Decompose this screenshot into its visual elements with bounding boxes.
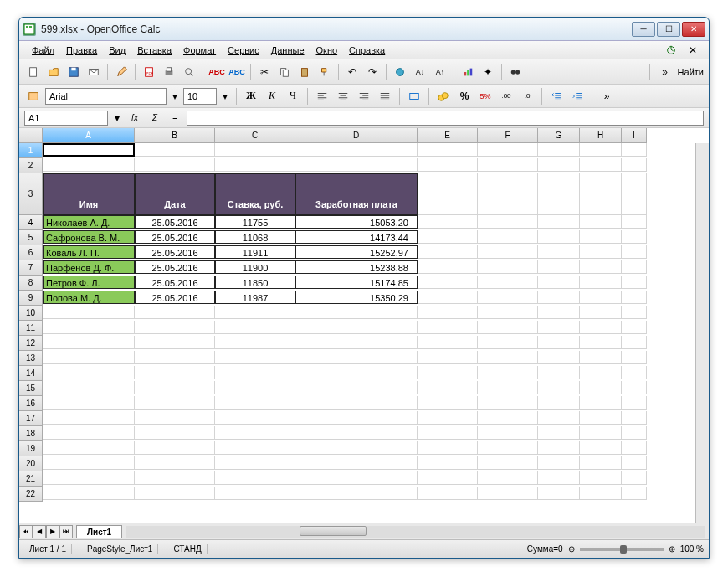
cell[interactable] — [538, 336, 580, 349]
cell-name[interactable]: Коваль Л. П. — [43, 245, 135, 259]
cell[interactable] — [43, 471, 135, 485]
sort-desc-icon[interactable]: A↑ — [431, 63, 449, 81]
cell[interactable] — [295, 158, 418, 172]
undo-icon[interactable]: ↶ — [343, 63, 361, 81]
sort-asc-icon[interactable]: A↓ — [411, 63, 429, 81]
cell[interactable] — [622, 158, 647, 172]
table-header-salary[interactable]: Заработная плата — [295, 173, 418, 215]
cell[interactable] — [135, 456, 215, 470]
cell[interactable] — [478, 143, 538, 157]
column-header-C[interactable]: C — [215, 128, 295, 143]
cell[interactable] — [418, 396, 478, 410]
cell[interactable] — [622, 456, 647, 470]
styles-icon[interactable] — [24, 87, 43, 106]
row-header-2[interactable]: 2 — [19, 158, 43, 173]
cell[interactable] — [418, 230, 478, 244]
cell[interactable] — [580, 245, 622, 259]
underline-button[interactable]: Ч — [284, 88, 302, 105]
cell[interactable] — [295, 487, 418, 500]
cell[interactable] — [418, 336, 478, 349]
cell[interactable] — [580, 487, 622, 500]
row-header[interactable]: 10 — [19, 306, 43, 321]
cell[interactable] — [622, 381, 647, 394]
cell-rate[interactable]: 11911 — [215, 245, 295, 259]
cell[interactable] — [622, 306, 647, 319]
row-header[interactable]: 16 — [19, 396, 43, 411]
cell[interactable] — [418, 426, 478, 440]
cell[interactable] — [538, 230, 580, 244]
new-icon[interactable] — [24, 63, 43, 81]
cell[interactable] — [43, 487, 135, 500]
cell[interactable] — [538, 396, 580, 410]
cell[interactable] — [538, 306, 580, 319]
cell[interactable] — [538, 441, 580, 455]
cell[interactable] — [215, 396, 295, 410]
row-header-3[interactable]: 3 — [19, 173, 43, 215]
menu-window[interactable]: Окно — [310, 44, 344, 57]
cell[interactable] — [478, 381, 538, 394]
cell[interactable] — [622, 411, 647, 425]
cell[interactable] — [215, 158, 295, 172]
cell-A1[interactable] — [43, 143, 135, 157]
cell[interactable] — [43, 158, 135, 172]
menu-help[interactable]: Справка — [343, 44, 391, 57]
cell[interactable] — [622, 487, 647, 500]
cell[interactable] — [295, 336, 418, 349]
cell[interactable] — [580, 336, 622, 349]
cell[interactable] — [478, 487, 538, 500]
edit-icon[interactable] — [112, 63, 131, 81]
cell[interactable] — [580, 396, 622, 410]
cell[interactable] — [135, 321, 215, 334]
cell[interactable] — [135, 158, 215, 172]
cell[interactable] — [622, 396, 647, 410]
function-wizard-button[interactable]: fx — [126, 111, 143, 126]
cell[interactable] — [622, 215, 647, 229]
cell[interactable] — [43, 411, 135, 425]
cell[interactable] — [135, 396, 215, 410]
cell[interactable] — [580, 291, 622, 304]
menu-tools[interactable]: Сервис — [222, 44, 265, 57]
cell[interactable] — [418, 411, 478, 425]
cell[interactable] — [135, 381, 215, 394]
align-justify-icon[interactable] — [376, 87, 394, 106]
row-header-4[interactable]: 4 — [19, 215, 43, 230]
cell-date[interactable]: 25.05.2016 — [135, 291, 215, 304]
cell[interactable] — [418, 351, 478, 364]
cell[interactable] — [478, 245, 538, 259]
cell[interactable] — [538, 260, 580, 274]
autospell-icon[interactable]: ABC — [228, 63, 246, 81]
cell[interactable] — [295, 381, 418, 394]
cell[interactable] — [538, 381, 580, 394]
cell[interactable] — [622, 143, 647, 157]
cell-name[interactable]: Сафронова В. М. — [43, 230, 135, 244]
cell[interactable] — [418, 306, 478, 319]
menu-close-icon[interactable]: ✕ — [684, 41, 702, 59]
status-sum[interactable]: Сумма=0 — [527, 544, 563, 554]
zoom-knob[interactable] — [620, 545, 627, 554]
cell[interactable] — [478, 336, 538, 349]
tab-last-icon[interactable]: ⏭ — [59, 525, 73, 538]
cell[interactable] — [538, 276, 580, 289]
align-center-icon[interactable] — [334, 87, 352, 106]
cell[interactable] — [478, 276, 538, 289]
cell[interactable] — [418, 381, 478, 394]
cell[interactable] — [215, 487, 295, 500]
binoculars-icon[interactable] — [506, 63, 525, 81]
remove-decimal-icon[interactable]: .0 — [518, 87, 536, 106]
cell[interactable] — [215, 471, 295, 485]
cell[interactable] — [295, 321, 418, 334]
copy-icon[interactable] — [275, 63, 294, 81]
cell[interactable] — [538, 245, 580, 259]
cell[interactable] — [622, 245, 647, 259]
font-dropdown-icon[interactable]: ▾ — [169, 87, 181, 106]
cell[interactable] — [538, 143, 580, 157]
cell[interactable] — [580, 230, 622, 244]
cell[interactable] — [215, 321, 295, 334]
cell[interactable] — [478, 396, 538, 410]
row-header[interactable]: 13 — [19, 351, 43, 366]
row-header[interactable]: 12 — [19, 336, 43, 351]
cell-date[interactable]: 25.05.2016 — [135, 230, 215, 244]
cell[interactable] — [538, 471, 580, 485]
row-header[interactable]: 17 — [19, 411, 43, 426]
zoom-in-icon[interactable]: ⊕ — [669, 544, 675, 554]
